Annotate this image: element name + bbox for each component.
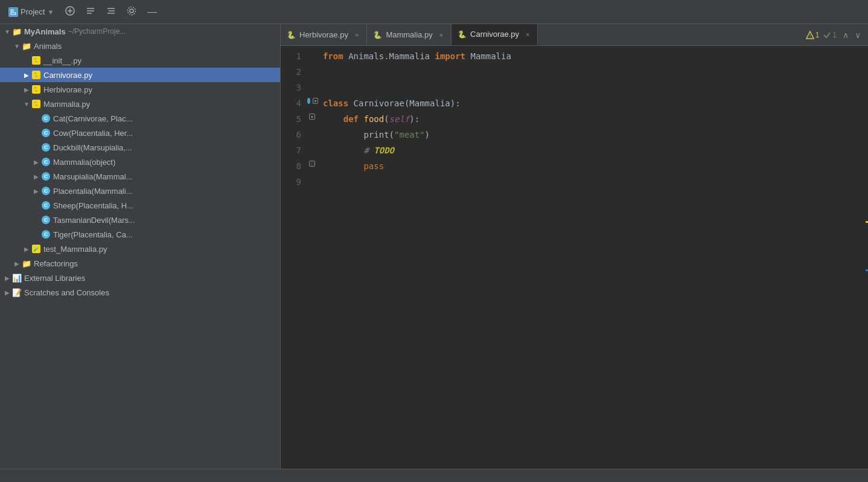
gutter-row-7 xyxy=(306,140,318,156)
sidebar-item-marsupialia[interactable]: ▶ C Marsupialia(Mammal... xyxy=(0,169,280,184)
py-icon-init: 🐍 xyxy=(31,56,41,65)
gutter-row-9 xyxy=(306,172,318,187)
expand-all-button[interactable] xyxy=(103,5,119,19)
import-mammalia: Mammalia xyxy=(470,48,511,64)
duckbill-label: Duckbill(Marsupialia,... xyxy=(53,143,132,152)
cow-label: Cow(Placentalia, Her... xyxy=(53,129,133,138)
editor-area[interactable]: 1 2 3 4 5 6 7 8 9 ▼ xyxy=(281,46,868,469)
test-mammalia-label: test_Mammalia.py xyxy=(43,245,107,254)
sidebar-item-mammalia-class[interactable]: ▶ C Mammalia(object) xyxy=(0,155,280,169)
sidebar-item-refactorings[interactable]: ▶ 📁 Refactorings xyxy=(0,256,280,271)
collapse-all-button[interactable] xyxy=(83,5,98,19)
animals-label: Animals xyxy=(34,42,62,51)
code-line-1: from Animals.Mammalia import Mammalia xyxy=(323,48,860,64)
arrow-init xyxy=(22,56,31,65)
code-line-8: pass xyxy=(323,158,860,174)
main-area: ▼ 📁 MyAnimals ~/PycharmProje... ▼ 📁 Anim… xyxy=(0,24,868,469)
tab-mammalia-label: Mammalia.py xyxy=(386,30,432,39)
fold-icon-8[interactable]: □ xyxy=(309,161,315,167)
myanimals-path: ~/PycharmProje... xyxy=(68,27,126,36)
scroll-mark-warning xyxy=(866,221,868,223)
tab-carnivorae[interactable]: 🐍 Carnivorae.py × xyxy=(452,24,538,45)
sidebar-item-tasmaniandevil[interactable]: C TasmanianDevil(Mars... xyxy=(0,213,280,227)
sidebar-item-tiger[interactable]: C Tiger(Placentalia, Ca... xyxy=(0,227,280,242)
toolbar-tools: — xyxy=(62,5,160,19)
comment-todo: TODO xyxy=(374,143,394,158)
gutter-row-2 xyxy=(306,62,318,77)
sidebar-item-external-libraries[interactable]: ▶ 📊 External Libraries xyxy=(0,271,280,285)
sidebar-item-animals[interactable]: ▼ 📁 Animals xyxy=(0,39,280,53)
gutter-row-8: □ xyxy=(306,156,318,172)
kw-import: import xyxy=(435,48,465,64)
parent-mammalia: Mammalia xyxy=(409,95,450,111)
arrow-cat xyxy=(31,114,41,123)
gutter-row-4: ▼ xyxy=(306,93,318,109)
fold-icon-4[interactable]: ▼ xyxy=(313,98,318,104)
sidebar-item-init[interactable]: 🐍 __init__.py xyxy=(0,53,280,68)
arrow-scratches: ▶ xyxy=(2,288,12,297)
marsupialia-label: Marsupialia(Mammal... xyxy=(53,172,132,181)
sidebar-item-test-mammalia[interactable]: ▶ 🧪 test_Mammalia.py xyxy=(0,242,280,256)
mammalia-class-label: Mammalia(object) xyxy=(53,158,115,167)
line-num-7: 7 xyxy=(281,143,301,158)
prev-issue-button[interactable]: ∧ xyxy=(840,29,851,41)
line-num-5: 5 xyxy=(281,111,301,127)
code-line-4: class Carnivorae(Mammalia): xyxy=(323,95,860,111)
sidebar-item-duckbill[interactable]: C Duckbill(Marsupialia,... xyxy=(0,140,280,155)
sidebar-item-herbivorae[interactable]: ▶ 🐍 Herbivorae.py xyxy=(0,82,280,97)
close-tab-herbivorae[interactable]: × xyxy=(353,31,360,39)
line-num-4: 4 xyxy=(281,95,301,111)
mammalia-label: Mammalia.py xyxy=(43,100,90,109)
tab-herbivorae[interactable]: 🐍 Herbivorae.py × xyxy=(281,24,367,45)
minimize-button[interactable]: — xyxy=(144,5,160,19)
class-icon-marsupialia: C xyxy=(41,172,51,181)
tiger-label: Tiger(Placentalia, Ca... xyxy=(53,230,133,239)
py-icon-mammalia: 🐍 xyxy=(31,99,41,109)
svg-point-11 xyxy=(130,9,133,13)
gutter: ▼ ▼ □ xyxy=(306,46,318,469)
scratches-label: Scratches and Consoles xyxy=(24,288,109,297)
herbivorae-label: Herbivorae.py xyxy=(43,85,92,94)
sidebar-item-scratches[interactable]: ▶ 📝 Scratches and Consoles xyxy=(0,285,280,300)
arrow-test-mammalia: ▶ xyxy=(22,244,31,254)
warning-badge: ! 1 xyxy=(806,31,820,39)
sidebar-item-carnivorae[interactable]: ▶ 🐍 Carnivorae.py xyxy=(0,68,280,82)
breakpoint-dot-4[interactable] xyxy=(307,98,310,104)
arrow-duckbill xyxy=(31,143,41,152)
line-numbers: 1 2 3 4 5 6 7 8 9 xyxy=(281,46,306,469)
code-editor[interactable]: from Animals.Mammalia import Mammalia cl… xyxy=(318,46,860,469)
scroll-mark-selection xyxy=(866,269,868,271)
sidebar-item-cat[interactable]: C Cat(Carnivorae, Plac... xyxy=(0,111,280,126)
project-label: Project xyxy=(21,7,45,16)
next-issue-button[interactable]: ∨ xyxy=(852,29,863,41)
ok-badge: 1 xyxy=(823,31,837,39)
kw-def: def xyxy=(343,111,359,127)
add-file-button[interactable] xyxy=(62,5,78,19)
line-num-9: 9 xyxy=(281,174,301,190)
ext-lib-icon: 📊 xyxy=(12,274,22,283)
settings-button[interactable] xyxy=(124,5,139,19)
close-tab-mammalia[interactable]: × xyxy=(438,31,445,39)
sidebar-item-myanimals[interactable]: ▼ 📁 MyAnimals ~/PycharmProje... xyxy=(0,24,280,39)
class-icon-placentalia: C xyxy=(41,186,51,196)
folder-icon-animals: 📁 xyxy=(22,41,31,51)
sidebar-item-mammalia[interactable]: ▼ 🐍 Mammalia.py xyxy=(0,97,280,111)
fold-icon-5[interactable]: ▼ xyxy=(309,114,315,120)
sheep-label: Sheep(Placentalia, H... xyxy=(53,201,133,210)
code-line-7: # TODO xyxy=(323,143,860,158)
sidebar-item-placentalia[interactable]: ▶ C Placentalia(Mammali... xyxy=(0,184,280,198)
arrow-sheep xyxy=(31,201,41,210)
sidebar-item-sheep[interactable]: C Sheep(Placentalia, H... xyxy=(0,198,280,213)
code-line-3 xyxy=(323,80,860,95)
warning-count: 1 xyxy=(815,31,820,39)
scratches-icon: 📝 xyxy=(12,288,22,297)
project-button[interactable]: Project ▼ xyxy=(5,5,57,19)
editor-container: 🐍 Herbivorae.py × 🐍 Mammalia.py × 🐍 Carn… xyxy=(281,24,868,469)
folder-icon-myanimals: 📁 xyxy=(12,27,22,36)
tab-mammalia[interactable]: 🐍 Mammalia.py × xyxy=(367,24,452,45)
svg-rect-1 xyxy=(11,13,16,14)
sidebar-item-cow[interactable]: C Cow(Placentalia, Her... xyxy=(0,126,280,140)
svg-text:!: ! xyxy=(809,33,811,39)
close-tab-carnivorae[interactable]: × xyxy=(524,30,531,39)
analysis-bar: ! 1 1 ∧ ∨ xyxy=(538,24,868,45)
